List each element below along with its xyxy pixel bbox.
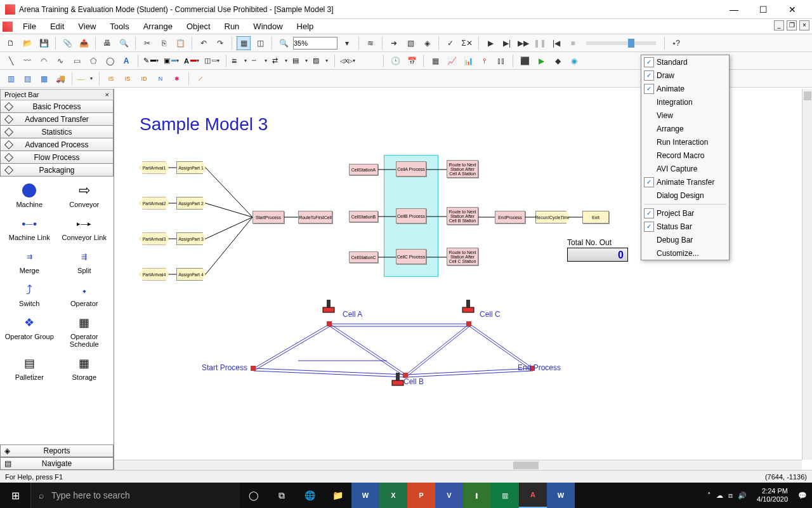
block-cellstationa[interactable]: CellStationA bbox=[349, 164, 378, 175]
line-width-button[interactable]: ≡▾ bbox=[231, 55, 249, 67]
module-operator-group[interactable]: ❖Operator Group bbox=[3, 312, 56, 349]
print-preview-button[interactable]: 🔍 bbox=[117, 36, 131, 50]
block-route-b[interactable]: Route to Next Station After Cell B Stati… bbox=[447, 207, 478, 225]
histogram-animate-button[interactable]: 📊 bbox=[461, 54, 475, 68]
ellipse-tool-button[interactable]: ◯ bbox=[103, 54, 117, 68]
sheets-taskbar-icon[interactable]: ▥ bbox=[491, 483, 519, 508]
block-partarrival2[interactable]: PartArrival2 bbox=[140, 197, 169, 210]
section-navigate[interactable]: ▤Navigate bbox=[0, 457, 114, 470]
module-conveyor-link[interactable]: ▸—▸Conveyor Link bbox=[58, 213, 112, 243]
connector-button[interactable]: ▧ bbox=[403, 36, 417, 50]
menu-run[interactable]: Run bbox=[218, 20, 246, 33]
block-cellb-process[interactable]: CellB Process bbox=[396, 208, 426, 224]
powerpoint-taskbar-icon[interactable]: P bbox=[407, 483, 435, 508]
block-exit[interactable]: Exit bbox=[582, 211, 609, 224]
section-advanced-transfer[interactable]: Advanced Transfer bbox=[0, 113, 114, 126]
block-cella-process[interactable]: CellA Process bbox=[396, 161, 426, 177]
popup-item-project-bar[interactable]: ✓Project Bar bbox=[641, 206, 729, 220]
clock-animate-button[interactable]: 🕒 bbox=[388, 54, 402, 68]
plot-animate-button[interactable]: ⫯ bbox=[478, 54, 492, 68]
taskbar-search[interactable]: ⌕ Type here to search bbox=[30, 483, 240, 508]
queue-animate-button[interactable]: ⫿⫿ bbox=[494, 54, 508, 68]
go-run-button[interactable]: ▶ bbox=[483, 36, 497, 50]
pause-button[interactable]: ❚❚ bbox=[533, 36, 547, 50]
animation-speed-slider[interactable] bbox=[586, 41, 656, 45]
review-errors-button[interactable]: Σ✕ bbox=[460, 36, 474, 50]
popup-item-customize-[interactable]: Customize... bbox=[641, 246, 729, 260]
module-conveyor[interactable]: ⇨Conveyor bbox=[58, 180, 112, 210]
text-tool-button[interactable]: A bbox=[119, 54, 133, 68]
popup-item-animate[interactable]: ✓Animate bbox=[641, 82, 729, 95]
new-button[interactable]: 🗋 bbox=[4, 36, 18, 50]
horizontal-scrollbar[interactable] bbox=[114, 460, 802, 470]
section-flow-process[interactable]: Flow Process bbox=[0, 151, 114, 164]
storage-animate-button[interactable]: ▥ bbox=[4, 72, 18, 86]
popup-checkbox[interactable]: ✓ bbox=[644, 84, 654, 94]
parking-animate-button[interactable]: ▦ bbox=[37, 72, 51, 86]
distance-button[interactable]: N bbox=[154, 72, 167, 86]
popup-checkbox[interactable]: ✓ bbox=[644, 208, 654, 218]
cut-button[interactable]: ✂ bbox=[140, 36, 154, 50]
fill-color-button[interactable]: ▣▾ bbox=[163, 55, 181, 67]
line-pattern-button[interactable]: ▤▾ bbox=[292, 55, 310, 67]
route-button[interactable]: IS bbox=[121, 72, 134, 86]
resource-animate-button[interactable]: ⬛ bbox=[518, 54, 532, 68]
paste-button[interactable]: 📋 bbox=[173, 36, 187, 50]
check-model-button[interactable]: ✓ bbox=[443, 36, 457, 50]
popup-item-integration[interactable]: Integration bbox=[641, 95, 729, 109]
box-tool-button[interactable]: ▭ bbox=[70, 54, 84, 68]
line-style-button[interactable]: ┄▾ bbox=[251, 55, 269, 67]
promote-path-button[interactable]: ⟋ bbox=[193, 72, 207, 86]
module-machine[interactable]: Machine bbox=[3, 180, 56, 210]
close-button[interactable]: ✕ bbox=[778, 0, 807, 19]
project-taskbar-icon[interactable]: ⫿ bbox=[463, 483, 491, 508]
maximize-button[interactable]: ☐ bbox=[749, 0, 778, 19]
visio-taskbar-icon[interactable]: V bbox=[435, 483, 463, 508]
station-marker-button[interactable]: —▾ bbox=[77, 72, 95, 85]
module-storage[interactable]: ▦Storage bbox=[58, 353, 112, 382]
station-animate-button[interactable]: ◆ bbox=[551, 54, 565, 68]
block-endprocess[interactable]: EndProcess bbox=[495, 211, 525, 224]
block-assignpart3[interactable]: AssignPart 3 bbox=[176, 232, 206, 245]
popup-checkbox[interactable]: ✓ bbox=[644, 70, 654, 81]
zoom-dropdown-button[interactable]: ▾ bbox=[340, 36, 354, 50]
redo-button[interactable]: ↷ bbox=[213, 36, 227, 50]
layers-button[interactable]: ≋ bbox=[363, 36, 377, 50]
word2-taskbar-icon[interactable]: W bbox=[547, 483, 575, 508]
menu-file[interactable]: File bbox=[16, 20, 43, 33]
cortana-button[interactable]: ◯ bbox=[240, 483, 268, 508]
connect-toggle-button[interactable]: ▦ bbox=[237, 36, 251, 50]
popup-item-arrange[interactable]: Arrange bbox=[641, 122, 729, 135]
stop-run-button[interactable]: ■ bbox=[566, 36, 580, 50]
block-partarrival4[interactable]: PartArrival4 bbox=[140, 268, 169, 281]
arrow-style-button[interactable]: ⇄▾ bbox=[272, 55, 289, 67]
chrome-taskbar-icon[interactable]: 🌐 bbox=[296, 483, 324, 508]
block-startprocess[interactable]: StartProcess bbox=[252, 211, 284, 224]
tray-onedrive-icon[interactable]: ☁ bbox=[716, 491, 723, 500]
section-statistics[interactable]: Statistics bbox=[0, 126, 114, 138]
segment-button[interactable]: ID bbox=[137, 72, 151, 86]
line-tool-button[interactable]: ╲ bbox=[4, 54, 18, 68]
submodel-button[interactable]: ➜ bbox=[387, 36, 401, 50]
popup-item-draw[interactable]: ✓Draw bbox=[641, 69, 729, 82]
module-switch[interactable]: ⤴Switch bbox=[3, 279, 56, 309]
transporter-animate-button[interactable]: 🚚 bbox=[53, 72, 67, 86]
module-merge[interactable]: ⇉Merge bbox=[3, 246, 56, 276]
intersection-button[interactable]: IS bbox=[104, 72, 118, 86]
menu-object[interactable]: Object bbox=[180, 20, 217, 33]
split-screen-button[interactable]: ◫ bbox=[253, 36, 267, 50]
module-split[interactable]: ⇶Split bbox=[58, 246, 112, 276]
comment-button[interactable]: ◈ bbox=[420, 36, 434, 50]
block-partarrival1[interactable]: PartArrival1 bbox=[140, 161, 169, 174]
menu-view[interactable]: View bbox=[72, 20, 102, 33]
popup-item-dialog-design[interactable]: Dialog Design bbox=[641, 189, 729, 202]
arc-tool-button[interactable]: ◠ bbox=[37, 54, 51, 68]
popup-item-record-macro[interactable]: Record Macro bbox=[641, 149, 729, 162]
template-detach-button[interactable]: 📤 bbox=[77, 36, 91, 50]
global-animate-button[interactable]: ▶ bbox=[534, 54, 548, 68]
line-color-button[interactable]: ✎▾ bbox=[143, 55, 160, 67]
mdi-minimize-button[interactable]: _ bbox=[774, 20, 784, 30]
block-cellc-process[interactable]: CellC Process bbox=[396, 249, 426, 264]
tray-chevron-icon[interactable]: ˄ bbox=[707, 491, 711, 500]
window-bg-color-button[interactable]: ◫▾ bbox=[204, 55, 221, 67]
